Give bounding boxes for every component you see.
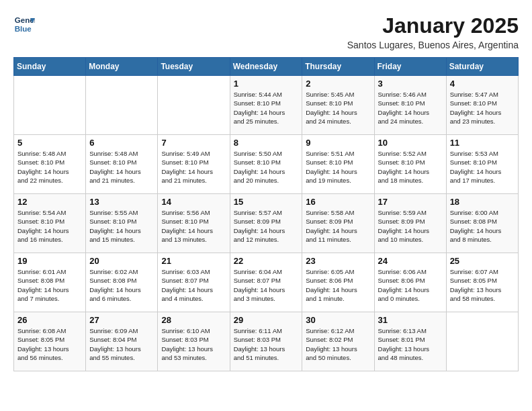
day-number: 8 [234, 138, 299, 148]
week-row-4: 19Sunrise: 6:01 AM Sunset: 8:08 PM Dayli… [14, 253, 519, 312]
day-number: 27 [89, 315, 154, 325]
day-cell: 19Sunrise: 6:01 AM Sunset: 8:08 PM Dayli… [14, 253, 86, 312]
day-number: 21 [161, 256, 226, 266]
day-cell: 17Sunrise: 5:59 AM Sunset: 8:09 PM Dayli… [374, 194, 446, 253]
day-number: 26 [17, 315, 82, 325]
day-number: 31 [378, 315, 443, 325]
day-cell: 4Sunrise: 5:47 AM Sunset: 8:10 PM Daylig… [446, 76, 518, 135]
day-number: 4 [450, 79, 515, 89]
day-info: Sunrise: 5:50 AM Sunset: 8:10 PM Dayligh… [234, 149, 299, 185]
location-subtitle: Santos Lugares, Buenos Aires, Argentina [347, 40, 519, 50]
day-cell: 24Sunrise: 6:06 AM Sunset: 8:06 PM Dayli… [374, 253, 446, 312]
logo: General Blue [13, 13, 35, 35]
calendar-table: SundayMondayTuesdayWednesdayThursdayFrid… [13, 57, 519, 371]
day-info: Sunrise: 6:07 AM Sunset: 8:05 PM Dayligh… [450, 267, 515, 303]
day-info: Sunrise: 6:06 AM Sunset: 8:06 PM Dayligh… [378, 267, 443, 303]
day-number: 1 [234, 79, 299, 89]
day-info: Sunrise: 6:05 AM Sunset: 8:06 PM Dayligh… [306, 267, 370, 303]
day-number: 30 [306, 315, 370, 325]
day-number: 18 [450, 197, 515, 207]
day-info: Sunrise: 6:09 AM Sunset: 8:04 PM Dayligh… [89, 326, 154, 362]
day-info: Sunrise: 6:11 AM Sunset: 8:03 PM Dayligh… [234, 326, 299, 362]
day-info: Sunrise: 5:49 AM Sunset: 8:10 PM Dayligh… [161, 149, 226, 185]
day-info: Sunrise: 5:56 AM Sunset: 8:10 PM Dayligh… [161, 208, 226, 244]
title-block: January 2025 Santos Lugares, Buenos Aire… [347, 13, 519, 50]
header-friday: Friday [374, 58, 446, 76]
header-wednesday: Wednesday [230, 58, 302, 76]
day-cell: 9Sunrise: 5:51 AM Sunset: 8:10 PM Daylig… [302, 135, 374, 194]
day-cell: 12Sunrise: 5:54 AM Sunset: 8:10 PM Dayli… [14, 194, 86, 253]
day-cell: 18Sunrise: 6:00 AM Sunset: 8:08 PM Dayli… [446, 194, 518, 253]
day-number: 15 [234, 197, 299, 207]
day-cell: 28Sunrise: 6:10 AM Sunset: 8:03 PM Dayli… [158, 312, 230, 371]
day-info: Sunrise: 5:57 AM Sunset: 8:09 PM Dayligh… [234, 208, 299, 244]
day-info: Sunrise: 5:55 AM Sunset: 8:10 PM Dayligh… [89, 208, 154, 244]
day-cell: 1Sunrise: 5:44 AM Sunset: 8:10 PM Daylig… [230, 76, 302, 135]
day-info: Sunrise: 5:51 AM Sunset: 8:10 PM Dayligh… [306, 149, 370, 185]
day-cell [446, 312, 518, 371]
day-number: 7 [161, 138, 226, 148]
week-row-1: 1Sunrise: 5:44 AM Sunset: 8:10 PM Daylig… [14, 76, 519, 135]
day-cell: 8Sunrise: 5:50 AM Sunset: 8:10 PM Daylig… [230, 135, 302, 194]
day-info: Sunrise: 6:02 AM Sunset: 8:08 PM Dayligh… [89, 267, 154, 303]
header-monday: Monday [86, 58, 158, 76]
day-cell: 3Sunrise: 5:46 AM Sunset: 8:10 PM Daylig… [374, 76, 446, 135]
day-cell: 2Sunrise: 5:45 AM Sunset: 8:10 PM Daylig… [302, 76, 374, 135]
day-number: 29 [234, 315, 299, 325]
day-info: Sunrise: 5:48 AM Sunset: 8:10 PM Dayligh… [17, 149, 82, 185]
header-row: SundayMondayTuesdayWednesdayThursdayFrid… [14, 58, 519, 76]
day-number: 17 [378, 197, 443, 207]
day-number: 9 [306, 138, 370, 148]
day-cell: 11Sunrise: 5:53 AM Sunset: 8:10 PM Dayli… [446, 135, 518, 194]
day-cell: 29Sunrise: 6:11 AM Sunset: 8:03 PM Dayli… [230, 312, 302, 371]
day-info: Sunrise: 5:44 AM Sunset: 8:10 PM Dayligh… [234, 90, 299, 126]
day-info: Sunrise: 6:04 AM Sunset: 8:07 PM Dayligh… [234, 267, 299, 303]
day-cell: 6Sunrise: 5:48 AM Sunset: 8:10 PM Daylig… [86, 135, 158, 194]
day-info: Sunrise: 5:45 AM Sunset: 8:10 PM Dayligh… [306, 90, 370, 126]
day-info: Sunrise: 5:58 AM Sunset: 8:09 PM Dayligh… [306, 208, 370, 244]
day-number: 24 [378, 256, 443, 266]
day-cell [14, 76, 86, 135]
day-cell: 15Sunrise: 5:57 AM Sunset: 8:09 PM Dayli… [230, 194, 302, 253]
day-number: 16 [306, 197, 370, 207]
day-number: 5 [17, 138, 82, 148]
day-info: Sunrise: 5:46 AM Sunset: 8:10 PM Dayligh… [378, 90, 443, 126]
day-number: 12 [17, 197, 82, 207]
day-cell [158, 76, 230, 135]
day-info: Sunrise: 6:10 AM Sunset: 8:03 PM Dayligh… [161, 326, 226, 362]
day-info: Sunrise: 6:08 AM Sunset: 8:05 PM Dayligh… [17, 326, 82, 362]
day-number: 6 [89, 138, 154, 148]
day-number: 14 [161, 197, 226, 207]
day-cell: 20Sunrise: 6:02 AM Sunset: 8:08 PM Dayli… [86, 253, 158, 312]
day-info: Sunrise: 5:47 AM Sunset: 8:10 PM Dayligh… [450, 90, 515, 126]
day-info: Sunrise: 6:01 AM Sunset: 8:08 PM Dayligh… [17, 267, 82, 303]
day-info: Sunrise: 5:52 AM Sunset: 8:10 PM Dayligh… [378, 149, 443, 185]
day-cell: 10Sunrise: 5:52 AM Sunset: 8:10 PM Dayli… [374, 135, 446, 194]
day-info: Sunrise: 5:54 AM Sunset: 8:10 PM Dayligh… [17, 208, 82, 244]
day-cell: 7Sunrise: 5:49 AM Sunset: 8:10 PM Daylig… [158, 135, 230, 194]
day-number: 23 [306, 256, 370, 266]
day-cell: 25Sunrise: 6:07 AM Sunset: 8:05 PM Dayli… [446, 253, 518, 312]
day-cell: 22Sunrise: 6:04 AM Sunset: 8:07 PM Dayli… [230, 253, 302, 312]
day-cell: 14Sunrise: 5:56 AM Sunset: 8:10 PM Dayli… [158, 194, 230, 253]
svg-text:Blue: Blue [15, 25, 32, 33]
day-cell: 16Sunrise: 5:58 AM Sunset: 8:09 PM Dayli… [302, 194, 374, 253]
day-number: 11 [450, 138, 515, 148]
day-info: Sunrise: 5:53 AM Sunset: 8:10 PM Dayligh… [450, 149, 515, 185]
day-info: Sunrise: 6:03 AM Sunset: 8:07 PM Dayligh… [161, 267, 226, 303]
day-number: 2 [306, 79, 370, 89]
header-thursday: Thursday [302, 58, 374, 76]
day-info: Sunrise: 5:48 AM Sunset: 8:10 PM Dayligh… [89, 149, 154, 185]
day-cell: 31Sunrise: 6:13 AM Sunset: 8:01 PM Dayli… [374, 312, 446, 371]
header-tuesday: Tuesday [158, 58, 230, 76]
day-info: Sunrise: 6:13 AM Sunset: 8:01 PM Dayligh… [378, 326, 443, 362]
week-row-3: 12Sunrise: 5:54 AM Sunset: 8:10 PM Dayli… [14, 194, 519, 253]
day-number: 10 [378, 138, 443, 148]
calendar-header: SundayMondayTuesdayWednesdayThursdayFrid… [14, 58, 519, 76]
day-cell: 5Sunrise: 5:48 AM Sunset: 8:10 PM Daylig… [14, 135, 86, 194]
day-cell: 23Sunrise: 6:05 AM Sunset: 8:06 PM Dayli… [302, 253, 374, 312]
week-row-2: 5Sunrise: 5:48 AM Sunset: 8:10 PM Daylig… [14, 135, 519, 194]
page-header: General Blue January 2025 Santos Lugares… [13, 13, 519, 50]
day-number: 22 [234, 256, 299, 266]
day-number: 28 [161, 315, 226, 325]
